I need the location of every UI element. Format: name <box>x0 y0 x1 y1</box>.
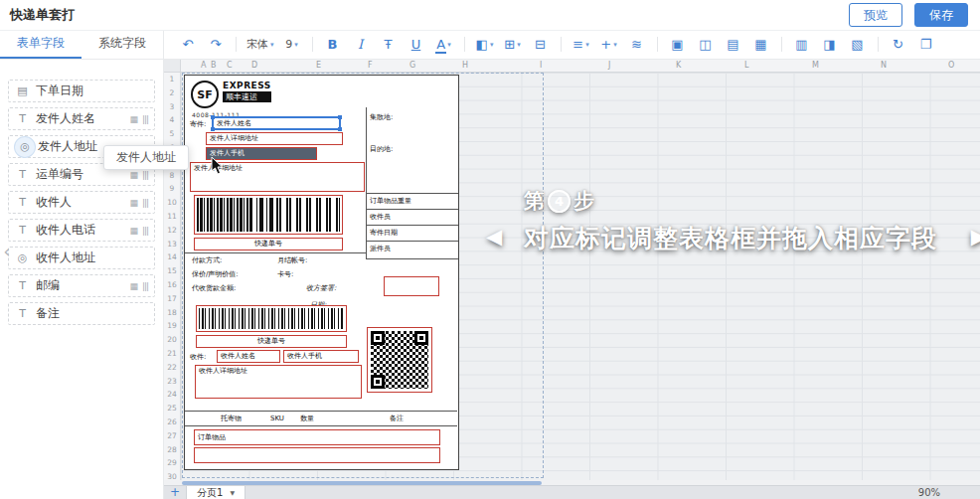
column-header[interactable]: G <box>409 61 415 70</box>
redo-icon[interactable]: ↷ <box>203 34 229 56</box>
row-header[interactable]: 14 <box>164 252 180 261</box>
row-header[interactable]: 12 <box>164 226 180 235</box>
font-color-button[interactable]: A▾ <box>431 34 457 56</box>
tab-form-fields[interactable]: 表单字段 <box>0 30 82 59</box>
insert-table-button[interactable]: ▤ <box>721 34 746 56</box>
qr-badge-icon[interactable]: ▦ <box>129 170 137 180</box>
selection-handle[interactable] <box>338 127 342 131</box>
barcode-badge-icon[interactable]: ||| <box>142 226 148 236</box>
row-header[interactable]: 16 <box>164 280 180 289</box>
row-header[interactable]: 9 <box>164 184 180 193</box>
column-header[interactable]: K <box>676 61 681 70</box>
field-box[interactable]: 收件人姓名 <box>217 350 280 363</box>
waybill-text[interactable]: 卡号: <box>277 270 293 278</box>
column-header[interactable]: L <box>744 61 748 70</box>
waybill-text[interactable]: 收件: <box>190 353 206 361</box>
barcode-badge-icon[interactable]: ||| <box>142 281 148 291</box>
italic-button[interactable]: I <box>348 34 374 56</box>
waybill-text[interactable]: 代收货款金额: <box>192 284 236 292</box>
fill-color-button[interactable]: ◧▾ <box>472 34 498 56</box>
tab-system-fields[interactable]: 系统字段 <box>82 30 163 59</box>
barcode[interactable] <box>194 195 343 235</box>
collapse-sidebar-button[interactable]: ‹ <box>0 239 14 266</box>
waybill-text[interactable]: 目的地: <box>370 145 393 153</box>
field-box[interactable]: 快递单号 <box>196 335 347 348</box>
row-header[interactable]: 10 <box>164 198 180 207</box>
column-header[interactable]: E <box>316 61 321 70</box>
row-header[interactable]: 26 <box>164 417 180 426</box>
row-header[interactable]: 18 <box>164 308 180 317</box>
waybill-text[interactable]: 月结帐号: <box>277 256 307 264</box>
waybill-text[interactable]: 备注 <box>390 415 404 422</box>
row-header[interactable]: 30 <box>164 472 180 481</box>
row-header[interactable]: 25 <box>164 404 180 413</box>
row-header[interactable]: 2 <box>164 88 180 97</box>
font-family-select[interactable]: 宋体▾ <box>244 34 277 56</box>
column-header[interactable]: F <box>368 61 373 70</box>
row-header[interactable]: 19 <box>164 321 180 330</box>
column-header[interactable]: I <box>540 61 542 70</box>
select-all-corner[interactable] <box>164 60 181 73</box>
text-wrap-button[interactable]: ≋ <box>624 34 650 56</box>
field-box[interactable]: 发件人详细地址 <box>206 132 343 145</box>
refresh-button[interactable]: ↻ <box>886 34 911 56</box>
qr-badge-icon[interactable]: ▦ <box>129 114 137 124</box>
sidebar-item-receiver-address[interactable]: ◎收件人地址 <box>8 247 155 269</box>
column-header[interactable]: C <box>227 61 233 70</box>
add-page-button[interactable]: + <box>164 486 186 499</box>
barcode-badge-icon[interactable]: ||| <box>142 198 148 208</box>
row-header[interactable]: 27 <box>164 431 180 440</box>
field-box[interactable] <box>384 276 439 296</box>
selection-handle[interactable] <box>338 115 342 119</box>
waybill-page[interactable]: SF EXPRESS 顺丰速运 4008-111-111 集散地:目的地:寄件:… <box>184 75 459 470</box>
selection-handle[interactable] <box>211 115 215 119</box>
copy-button[interactable]: ❐ <box>913 34 939 56</box>
vertical-align-button[interactable]: +▾ <box>596 34 622 56</box>
insert-chart-button[interactable]: ◫ <box>693 34 719 56</box>
underline-button[interactable]: U <box>404 34 429 56</box>
merge-cells-button[interactable]: ⊟ <box>528 34 554 56</box>
row-header[interactable]: 22 <box>164 363 180 372</box>
row-header[interactable]: 21 <box>164 349 180 358</box>
selected-field-box[interactable]: 发件人姓名 <box>212 116 341 130</box>
row-header[interactable]: 1 <box>164 75 180 83</box>
insert-link-button[interactable]: ▦ <box>748 34 774 56</box>
align-button[interactable]: ≡▾ <box>569 34 594 56</box>
preview-button[interactable]: 预览 <box>849 3 902 27</box>
strikethrough-button[interactable]: Ŧ <box>376 34 402 56</box>
field-box[interactable]: 收件人手机 <box>283 350 359 363</box>
waybill-text[interactable]: 托寄物 <box>221 415 242 422</box>
column-header[interactable]: D <box>251 61 257 70</box>
column-header[interactable]: B <box>211 61 217 70</box>
column-header[interactable]: O <box>948 61 954 70</box>
row-header[interactable]: 11 <box>164 212 180 221</box>
waybill-text[interactable]: 订单物品重量 <box>370 197 411 205</box>
row-header[interactable]: 13 <box>164 240 180 249</box>
field-box[interactable]: 快递单号 <box>194 238 343 250</box>
sidebar-item-order-date[interactable]: ▤下单日期 <box>8 80 155 102</box>
column-header[interactable]: N <box>881 61 887 70</box>
waybill-text[interactable]: 保价/声明价值: <box>192 270 239 278</box>
freeze-button[interactable]: ▥ <box>789 34 815 56</box>
print-area-button[interactable]: ▧ <box>845 34 871 56</box>
qr-badge-icon[interactable]: ▦ <box>129 226 137 236</box>
waybill-text[interactable]: 数量 <box>300 415 314 422</box>
bold-button[interactable]: B <box>320 34 346 56</box>
row-header[interactable]: 29 <box>164 458 180 467</box>
sidebar-item-receiver[interactable]: T收件人▦||| <box>8 191 155 214</box>
row-header[interactable]: 23 <box>164 377 180 386</box>
column-header[interactable]: J <box>608 61 610 70</box>
barcode-badge-icon[interactable]: ||| <box>142 170 148 180</box>
sidebar-item-receiver-phone[interactable]: T收件人电话▦||| <box>8 219 155 242</box>
font-size-select[interactable]: 9▾ <box>279 34 305 56</box>
page-tab[interactable]: 分页1 ▼ <box>186 486 245 499</box>
row-header[interactable]: 20 <box>164 335 180 344</box>
sidebar-item-zipcode[interactable]: T邮编▦||| <box>8 274 155 297</box>
waybill-text[interactable]: 收方签署: <box>306 284 336 292</box>
selection-handle[interactable] <box>211 127 215 131</box>
borders-button[interactable]: ⊞▾ <box>500 34 526 56</box>
waybill-text[interactable]: SKU <box>270 415 284 422</box>
waybill-text[interactable]: 寄件日期 <box>370 229 398 237</box>
undo-icon[interactable]: ↶ <box>175 34 201 56</box>
chevron-down-icon[interactable]: ▼ <box>230 489 235 496</box>
